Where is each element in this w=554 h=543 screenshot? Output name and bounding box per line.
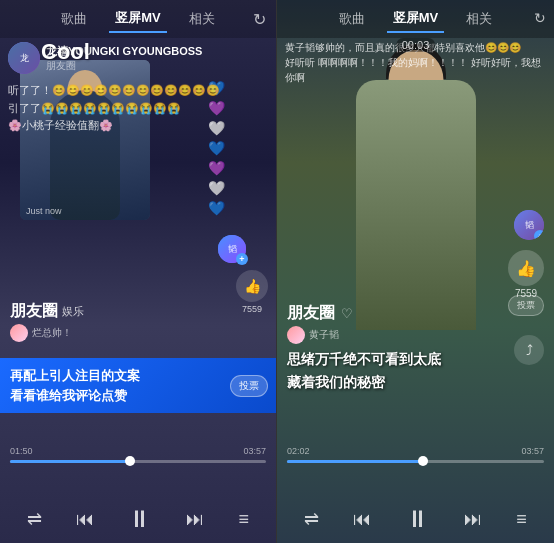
tab-mv-left[interactable]: 竖屏MV: [109, 5, 167, 33]
like-section-left: 👍 7559: [236, 270, 268, 314]
heart-icon-5: 💜: [208, 160, 225, 176]
right-plus-badge: +: [534, 230, 544, 240]
heart-icon-4: 💙: [208, 140, 225, 156]
right-pq-title: 朋友圈: [287, 303, 335, 324]
pengyouquan-left: 朋友圈 娱乐 烂总帅！: [0, 295, 276, 348]
time-display-right: 00:03: [396, 38, 436, 52]
progress-area-right: 02:02 03:57: [277, 446, 554, 463]
right-panel: 歌曲 竖屏MV 相关 ↻ 黄子韬够帅的，而且真的很多人都特别喜欢他😊😊😊 好听听…: [277, 0, 554, 543]
right-pq-avatar: [287, 326, 305, 344]
pq-subtitle-left: 娱乐: [62, 304, 84, 319]
shuffle-btn-left[interactable]: ⇌: [27, 508, 42, 530]
right-small-avatar[interactable]: 韬 +: [514, 210, 544, 240]
time-end-left: 03:57: [243, 446, 266, 456]
pq-title-left: 朋友圈: [10, 301, 58, 322]
comments-left: 听了了！😊😊😊😊😊😊😊😊😊😊😊😊 引了了😭😭😭😭😭😭😭😭😭😭 🌸小桃子经验值翻🌸: [0, 82, 276, 142]
lyric-line-1: 思绪万千绝不可看到太底: [287, 348, 544, 370]
pq-title-row-left: 朋友圈 娱乐: [10, 301, 266, 322]
time-row-right: 02:02 03:57: [287, 446, 544, 456]
tab-song-right[interactable]: 歌曲: [333, 6, 371, 32]
plus-badge-left: +: [236, 253, 248, 265]
pq-username-left: 烂总帅！: [32, 326, 72, 340]
like-thumb-right[interactable]: 👍: [508, 250, 544, 286]
small-avatar-left[interactable]: 韬 +: [218, 235, 246, 263]
just-now-label: Just now: [26, 206, 62, 216]
controls-right: ⇌ ⏮ ⏸ ⏭ ≡: [277, 505, 554, 533]
time-end-right: 03:57: [521, 446, 544, 456]
tab-related-left[interactable]: 相关: [183, 6, 221, 32]
right-pq-heart-icon: ♡: [341, 306, 353, 321]
cool-text: Cool: [41, 39, 90, 65]
time-start-right: 02:02: [287, 446, 310, 456]
banner-line1: 再配上引人注目的文案: [10, 366, 140, 386]
playpause-btn-left[interactable]: ⏸: [128, 505, 152, 533]
share-icon: ⤴: [526, 342, 533, 358]
pq-avatar-left: [10, 324, 28, 342]
refresh-icon-left[interactable]: ↻: [253, 10, 266, 29]
comment-line-3: 🌸小桃子经验值翻🌸: [8, 117, 268, 135]
progress-dot-left: [125, 456, 135, 466]
progress-dot-right: [418, 456, 428, 466]
progress-bar-right[interactable]: [287, 460, 544, 463]
tab-related-right[interactable]: 相关: [460, 6, 498, 32]
like-thumb-left[interactable]: 👍: [236, 270, 268, 302]
lyric-line-2: 藏着我们的秘密: [287, 371, 544, 393]
next-btn-right[interactable]: ⏭: [464, 509, 482, 530]
avatar-left[interactable]: 龙: [8, 42, 40, 74]
progress-bar-left[interactable]: [10, 460, 266, 463]
progress-fill-right: [287, 460, 423, 463]
refresh-icon-right[interactable]: ↻: [534, 10, 546, 26]
tab-song-left[interactable]: 歌曲: [55, 6, 93, 32]
progress-area-left: 01:50 03:57: [0, 446, 276, 463]
tab-mv-right[interactable]: 竖屏MV: [387, 5, 445, 33]
right-top-tabs: 歌曲 竖屏MV 相关 ↻: [277, 0, 554, 38]
avatar-inner-left: 龙: [8, 42, 40, 74]
comment-line-1: 听了了！😊😊😊😊😊😊😊😊😊😊😊😊: [8, 82, 268, 100]
right-comment-2: 好听听 啊啊啊啊！！！我的妈啊！！！！ 好听好听，我想你啊: [285, 55, 546, 85]
left-top-tabs: 歌曲 竖屏MV 相关 ↻: [0, 0, 276, 38]
like-section-right: 👍 7559: [508, 250, 544, 299]
lyrics-right: 思绪万千绝不可看到太底 藏着我们的秘密: [287, 348, 544, 393]
share-button-right[interactable]: ⤴: [514, 335, 544, 365]
prev-btn-right[interactable]: ⏮: [353, 509, 371, 530]
list-btn-right[interactable]: ≡: [516, 509, 527, 530]
banner-line2: 看看谁给我评论点赞: [10, 386, 140, 406]
left-panel: 歌曲 竖屏MV 相关 ↻ 龙 龙禧YOUNGKI GYOUNGBOSS 朋友圈 …: [0, 0, 277, 543]
vote-button-right[interactable]: 投票: [508, 295, 544, 316]
list-btn-left[interactable]: ≡: [238, 509, 249, 530]
like-count-left: 7559: [242, 304, 262, 314]
next-btn-left[interactable]: ⏭: [186, 509, 204, 530]
heart-icon-6: 🤍: [208, 180, 225, 196]
playpause-btn-right[interactable]: ⏸: [406, 505, 430, 533]
video-body: [356, 80, 476, 330]
controls-left: ⇌ ⏮ ⏸ ⏭ ≡: [0, 505, 276, 533]
right-pq-user-row: 黄子韬: [287, 326, 544, 344]
vote-button-left[interactable]: 投票: [230, 375, 268, 397]
shuffle-btn-right[interactable]: ⇌: [304, 508, 319, 530]
comment-line-2: 引了了😭😭😭😭😭😭😭😭😭😭: [8, 100, 268, 118]
time-row-left: 01:50 03:57: [10, 446, 266, 456]
pq-user-row-left: 烂总帅！: [10, 324, 266, 342]
heart-icon-7: 💙: [208, 200, 225, 216]
right-pq-username: 黄子韬: [309, 328, 339, 342]
banner-content-left: 再配上引人注目的文案 看看谁给我评论点赞: [10, 366, 140, 405]
blue-banner-left: 再配上引人注目的文案 看看谁给我评论点赞 投票: [0, 358, 276, 413]
prev-btn-left[interactable]: ⏮: [76, 509, 94, 530]
progress-fill-left: [10, 460, 130, 463]
right-pq-title-row: 朋友圈 ♡: [287, 303, 544, 324]
time-start-left: 01:50: [10, 446, 33, 456]
